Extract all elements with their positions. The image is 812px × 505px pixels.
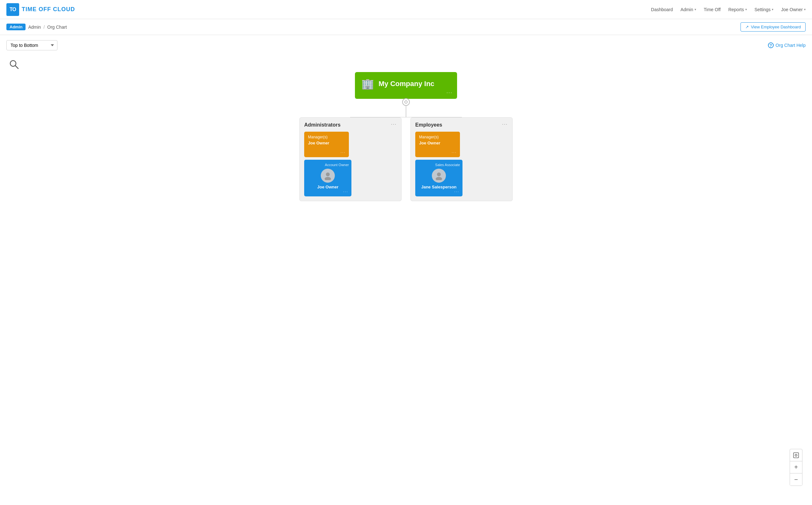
group-administrators-menu-dots[interactable]: ··· [391,122,397,127]
chevron-down-icon: ▾ [745,8,747,11]
avatar [432,169,446,183]
manager-label: Manager(s) [419,135,456,139]
svg-point-2 [405,101,407,103]
root-node-menu-dots[interactable]: ··· [447,90,453,96]
svg-point-7 [326,172,330,176]
chevron-down-icon: ▾ [772,8,773,11]
external-link-icon: ↗ [745,25,749,29]
nav-dashboard[interactable]: Dashboard [651,7,673,12]
person-name: Jane Salesperson [421,185,457,189]
nav-admin[interactable]: Admin ▾ [681,7,696,12]
child-groups-row: Administrators ··· Manager(s) Joe Owner … [300,117,512,201]
group-administrators-members: Manager(s) Joe Owner ··· Account Owner [304,132,397,196]
manager-menu-dots[interactable]: ··· [452,150,457,155]
question-circle-icon: ? [768,42,774,48]
svg-line-1 [15,66,18,68]
svg-point-8 [325,177,331,180]
breadcrumb-bar: Admin Admin / Org Chart ↗ View Employee … [0,19,812,35]
org-tree: 🏢 My Company Inc ··· [6,72,806,201]
group-employees: Employees ··· Manager(s) Joe Owner ··· S… [411,117,512,201]
group-administrators-title: Administrators [304,122,397,128]
connector-lines [294,106,518,117]
brand-logo: TO [6,3,19,16]
manager-menu-dots[interactable]: ··· [341,150,346,155]
brand-title: TIME OFF CLOUD [22,6,75,13]
group-employees-members: Manager(s) Joe Owner ··· Sales Associate [415,132,508,196]
svg-point-9 [437,172,441,176]
person-card-joe-owner[interactable]: Account Owner Joe Owner ··· [304,160,351,196]
svg-point-10 [436,177,442,180]
org-chart-help-button[interactable]: ? Org Chart Help [768,42,806,48]
admin-badge[interactable]: Admin [6,24,25,30]
person-role: Sales Associate [435,163,460,167]
view-employee-dashboard-button[interactable]: ↗ View Employee Dashboard [740,22,806,31]
brand: TO TIME OFF CLOUD [6,3,75,16]
chevron-down-icon: ▾ [804,8,806,11]
person-role: Account Owner [325,163,349,167]
manager-name: Joe Owner [419,141,456,145]
company-name: My Company Inc [378,80,434,88]
manager-name: Joe Owner [308,141,345,145]
breadcrumb: Admin Admin / Org Chart [6,24,67,30]
group-administrators: Administrators ··· Manager(s) Joe Owner … [300,117,401,201]
direction-select[interactable]: Top to Bottom Left to Right Bottom to To… [6,40,57,50]
breadcrumb-separator: / [43,25,45,30]
person-menu-dots[interactable]: ··· [454,189,459,194]
collapse-toggle[interactable] [402,98,410,106]
search-icon[interactable] [9,59,19,70]
avatar [321,169,335,183]
nav-timeoff[interactable]: Time Off [704,7,721,12]
nav-links: Dashboard Admin ▾ Time Off Reports ▾ Set… [651,7,806,12]
person-card-jane-salesperson[interactable]: Sales Associate Jane Salesperson ··· [415,160,462,196]
org-chart-area: 🏢 My Company Inc ··· [0,53,812,244]
group-employees-title: Employees [415,122,508,128]
group-employees-menu-dots[interactable]: ··· [502,122,508,127]
company-icon: 🏢 [361,78,374,90]
toolbar: Top to Bottom Left to Right Bottom to To… [0,35,812,53]
nav-reports[interactable]: Reports ▾ [728,7,747,12]
breadcrumb-current: Org Chart [47,25,67,30]
person-menu-dots[interactable]: ··· [343,189,348,194]
navbar: TO TIME OFF CLOUD Dashboard Admin ▾ Time… [0,0,812,19]
manager-label: Manager(s) [308,135,345,139]
breadcrumb-admin-link[interactable]: Admin [28,25,41,30]
manager-card-employees[interactable]: Manager(s) Joe Owner ··· [415,132,460,157]
root-node[interactable]: 🏢 My Company Inc ··· [355,72,457,99]
nav-user[interactable]: Joe Owner ▾ [781,7,806,12]
person-name: Joe Owner [317,185,338,189]
nav-settings[interactable]: Settings ▾ [755,7,774,12]
chevron-down-icon: ▾ [695,8,696,11]
manager-card-administrators[interactable]: Manager(s) Joe Owner ··· [304,132,349,157]
